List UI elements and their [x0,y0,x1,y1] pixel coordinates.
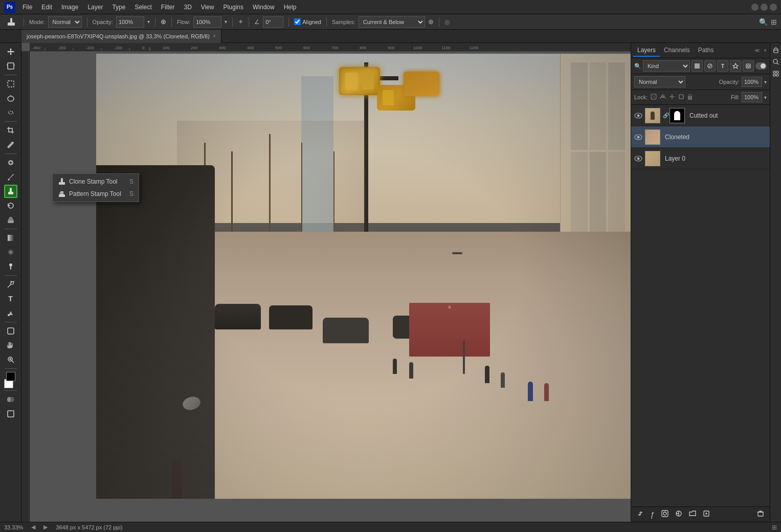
pattern-stamp-tool-option[interactable]: Pattern Stamp Tool S [53,188,139,200]
search-icon-toolbar[interactable]: 🔍 [759,18,768,26]
layer-mask-cutted-out [670,108,685,123]
layer-item-layer0[interactable]: Layer 0 [631,148,770,169]
filter-adjust-icon[interactable] [704,60,716,72]
filter-smart-icon[interactable] [743,60,754,72]
healing-btn[interactable] [4,156,17,169]
move-tool-btn[interactable] [4,45,17,58]
menu-window[interactable]: Window [249,3,279,12]
airbrush-icon[interactable]: ✦ [238,18,243,26]
add-mask-btn[interactable] [659,509,671,520]
blend-mode-select[interactable]: Normal [634,76,685,87]
channels-tab[interactable]: Channels [660,45,694,57]
filter-toggle[interactable] [755,62,767,70]
lock-all-btn[interactable] [687,94,693,101]
layer-item-cloneted[interactable]: Cloneted [631,126,770,148]
new-group-btn[interactable] [686,509,699,520]
menu-view[interactable]: View [197,3,218,12]
new-fill-btn[interactable] [673,509,685,520]
panel-collapse-left[interactable]: ≪ [753,47,761,54]
menu-help[interactable]: Help [280,3,301,12]
flow-slider-icon[interactable]: ▾ [225,19,227,25]
layer-effects-btn[interactable]: ƒ [648,509,657,520]
eyedropper-btn[interactable] [4,138,17,151]
filter-kind-select[interactable]: Kind [643,60,690,72]
eraser-btn[interactable] [4,213,17,227]
menu-layer[interactable]: Layer [83,3,107,12]
lock-position-btn[interactable] [669,94,675,101]
layer-visibility-layer0[interactable] [634,154,642,163]
nav-arrow-right[interactable]: ▶ [43,524,48,530]
filter-type-icon[interactable]: T [717,60,728,72]
sample-select[interactable]: Current & Below [359,16,425,28]
zoom-tool-btn[interactable] [4,353,17,366]
menu-type[interactable]: Type [108,3,129,12]
pressure-icon[interactable]: ⊕ [161,18,166,26]
filter-shape-icon[interactable] [730,60,741,72]
maximize-btn[interactable] [761,4,768,11]
menu-edit[interactable]: Edit [37,3,56,12]
hand-tool-btn[interactable] [4,339,17,352]
flow-input[interactable] [193,16,221,28]
mini-search-btn[interactable] [771,57,781,67]
path-select-btn[interactable] [4,306,17,320]
close-btn[interactable] [770,4,777,11]
clone-stamp-btn[interactable] [4,185,17,198]
menu-plugins[interactable]: Plugins [219,3,248,12]
fill-dropdown-arrow[interactable]: ▾ [764,95,767,100]
marquee-tool-btn[interactable] [4,77,17,91]
aligned-checkbox-label[interactable]: Aligned [294,18,321,25]
layer-visibility-cloneted[interactable] [634,133,642,141]
history-brush-btn[interactable] [4,199,17,212]
angle-input[interactable] [263,16,283,28]
crop-tool-btn[interactable] [4,124,17,137]
mode-select[interactable]: Normal [48,16,82,28]
document-tab[interactable]: joseph-pearson-E8ToV7XIP4Q-unsplash.jpg … [21,30,221,43]
layer-item-cutted-out[interactable]: 🔗 Cutted out [631,105,770,126]
filter-pixel-icon[interactable] [691,60,703,72]
gradient-btn[interactable] [4,231,17,245]
blur-btn[interactable] [4,246,17,259]
opacity-dropdown-arrow[interactable]: ▾ [764,79,767,85]
screen-mode-btn[interactable] [4,407,17,420]
ignore-adj-icon[interactable]: ◎ [444,18,450,26]
panel-close-btn[interactable]: × [763,47,768,54]
lasso-tool-btn[interactable] [4,92,17,105]
foreground-color[interactable] [6,372,15,381]
text-tool-btn[interactable]: T [4,292,17,305]
link-layers-btn[interactable] [634,509,646,520]
paths-tab[interactable]: Paths [694,45,718,57]
opacity-value-input[interactable] [742,77,762,87]
menu-image[interactable]: Image [57,3,82,12]
minimize-btn[interactable] [751,4,758,11]
panel-zoom-fit[interactable]: ⊞ [772,524,777,531]
mini-home-btn[interactable] [771,45,781,55]
delete-layer-btn[interactable] [754,509,767,520]
pen-tool-btn[interactable] [4,278,17,291]
menu-file[interactable]: File [18,3,36,12]
tab-close-btn[interactable]: × [213,33,216,39]
aligned-checkbox[interactable] [294,18,301,25]
layer-visibility-cutted-out[interactable] [634,112,642,120]
mini-plugins-btn[interactable] [771,69,781,79]
clone-stamp-tool-option[interactable]: Clone Stamp Tool S [53,175,139,188]
quick-mask-btn[interactable] [4,393,17,406]
menu-filter[interactable]: Filter [157,3,179,12]
lock-image-btn[interactable] [660,94,666,101]
panel-toggle-icon[interactable]: ⊞ [771,18,777,26]
dodge-btn[interactable] [4,260,17,273]
fill-value-input[interactable] [742,92,762,102]
artboard-tool-btn[interactable] [4,59,17,73]
nav-arrow-left[interactable]: ◀ [31,524,35,530]
quick-select-btn[interactable] [4,106,17,119]
new-layer-btn[interactable] [700,509,712,520]
lock-transparent-btn[interactable] [651,94,657,101]
menu-3d[interactable]: 3D [180,3,195,12]
lock-artboard-btn[interactable] [678,94,684,101]
opacity-input[interactable] [116,16,144,28]
paintbrush-btn[interactable] [4,170,17,184]
shape-tool-btn[interactable] [4,324,17,338]
opacity-slider-icon[interactable]: ▾ [147,19,150,25]
sample-adj-icon[interactable]: ⊕ [428,18,434,26]
menu-select[interactable]: Select [130,3,155,12]
layers-tab[interactable]: Layers [633,45,660,57]
